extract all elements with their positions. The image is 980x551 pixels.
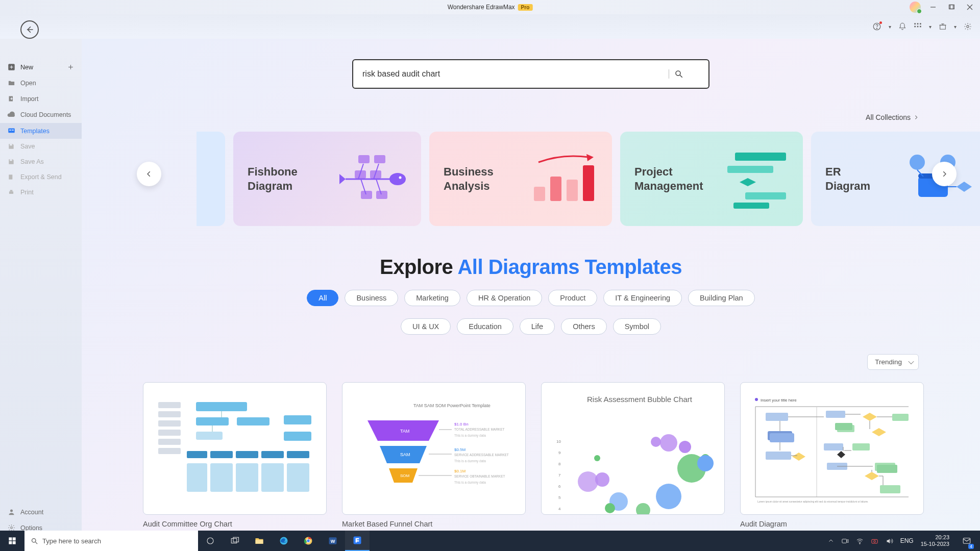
search-box[interactable]: [352, 59, 709, 89]
main-content: All Collections Fishbone Diagram: [82, 39, 980, 551]
help-icon[interactable]: [872, 22, 881, 31]
tray-date: 15-10-2023: [921, 541, 949, 547]
carousel-card-fishbone[interactable]: Fishbone Diagram: [233, 132, 421, 226]
carousel-prev-button[interactable]: [137, 162, 161, 186]
carousel-card-project[interactable]: Project Management: [620, 132, 803, 226]
back-button[interactable]: [20, 20, 39, 39]
svg-text:4: 4: [558, 507, 561, 511]
tray-volume-icon[interactable]: [886, 537, 893, 545]
bell-icon[interactable]: [898, 22, 906, 31]
sidebar-label: Open: [20, 80, 36, 87]
template-item[interactable]: Risk Assessment Bubble Chart 10 9 8 7 6 …: [541, 382, 725, 528]
tray-chevron-up-icon[interactable]: [828, 538, 834, 544]
maximize-button[interactable]: [945, 1, 958, 13]
tray-meet-icon[interactable]: [841, 537, 849, 545]
taskbar-search[interactable]: Type here to search: [24, 531, 198, 551]
sidebar-label: Import: [20, 95, 38, 103]
svg-rect-2: [950, 5, 954, 9]
svg-rect-12: [920, 26, 921, 28]
carousel-card-business[interactable]: Business Analysis: [429, 132, 612, 226]
plus-icon[interactable]: [66, 64, 75, 70]
tray-wifi-icon[interactable]: [856, 537, 864, 545]
chevron-down-icon[interactable]: ▾: [929, 24, 932, 30]
svg-marker-40: [339, 174, 346, 184]
sidebar-item-cloud[interactable]: Cloud Documents: [0, 107, 82, 123]
taskbar-edge[interactable]: [272, 531, 296, 551]
all-collections-link[interactable]: All Collections: [866, 113, 919, 121]
chip-building[interactable]: Building Plan: [688, 290, 755, 306]
sidebar-item-open[interactable]: Open: [0, 75, 82, 91]
close-button[interactable]: [964, 1, 976, 13]
svg-rect-82: [287, 463, 309, 492]
svg-rect-43: [534, 187, 545, 201]
tray-notifications[interactable]: 4: [957, 531, 977, 551]
template-item[interactable]: Insert your title here: [740, 382, 924, 528]
svg-line-28: [680, 75, 682, 78]
svg-text:7: 7: [558, 473, 561, 478]
carousel-next-button[interactable]: [932, 162, 957, 186]
svg-point-154: [32, 538, 36, 542]
all-collections-label: All Collections: [866, 113, 911, 121]
gear-icon[interactable]: [964, 22, 972, 31]
sidebar-item-templates[interactable]: Templates: [0, 123, 82, 139]
taskbar-explorer[interactable]: [247, 531, 272, 551]
svg-rect-64: [158, 430, 181, 436]
chip-marketing[interactable]: Marketing: [404, 290, 460, 306]
tray-clock[interactable]: 20:23 15-10-2023: [921, 534, 949, 547]
sidebar-item-account[interactable]: Account: [0, 504, 82, 520]
svg-rect-1: [949, 5, 953, 9]
chip-life[interactable]: Life: [520, 318, 555, 335]
taskbar-word[interactable]: W: [321, 531, 345, 551]
chip-all[interactable]: All: [307, 290, 338, 306]
start-button[interactable]: [0, 531, 24, 551]
chip-ui[interactable]: UI & UX: [401, 318, 451, 335]
import-icon: [7, 95, 15, 103]
chip-it[interactable]: IT & Engineering: [603, 290, 682, 306]
search-input[interactable]: [362, 69, 669, 79]
task-view-button[interactable]: [198, 531, 223, 551]
chevron-down-icon[interactable]: ▾: [889, 24, 891, 30]
svg-rect-141: [824, 443, 843, 450]
chip-product[interactable]: Product: [548, 290, 597, 306]
svg-line-155: [35, 542, 37, 544]
chip-business[interactable]: Business: [345, 290, 398, 306]
explore-lead: Explore: [380, 256, 457, 278]
svg-rect-65: [158, 439, 181, 445]
svg-rect-7: [914, 23, 916, 24]
tray-camera-icon[interactable]: [871, 537, 878, 545]
print-icon: [7, 189, 15, 196]
svg-rect-133: [766, 452, 791, 460]
carousel-card-partial[interactable]: [197, 132, 225, 226]
apps-icon[interactable]: [914, 22, 922, 31]
svg-text:TAM: TAM: [400, 429, 409, 434]
chip-hr[interactable]: HR & Operation: [467, 290, 542, 306]
minimize-button[interactable]: [927, 1, 939, 13]
tray-ime[interactable]: ENG: [900, 537, 914, 544]
taskbar-cortana-button[interactable]: [223, 531, 247, 551]
search-icon[interactable]: [674, 69, 683, 79]
taskbar-chrome[interactable]: [296, 531, 321, 551]
svg-rect-11: [917, 26, 919, 28]
avatar[interactable]: [910, 2, 921, 13]
tray-time: 20:23: [921, 534, 949, 541]
template-thumbnail[interactable]: TAM SAM SOM PowerPoint Template TAM SAM …: [342, 382, 526, 515]
cloud-icon: [7, 111, 15, 119]
sidebar-item-new[interactable]: New: [0, 59, 82, 75]
template-item[interactable]: TAM SAM SOM PowerPoint Template TAM SAM …: [342, 382, 526, 528]
explore-heading: Explore All Diagrams Templates: [380, 256, 682, 279]
chip-others[interactable]: Others: [561, 318, 607, 335]
svg-rect-21: [12, 130, 14, 131]
present-icon[interactable]: [939, 22, 947, 31]
template-thumbnail[interactable]: Risk Assessment Bubble Chart 10 9 8 7 6 …: [541, 382, 725, 515]
svg-rect-68: [196, 417, 229, 425]
chip-symbol[interactable]: Symbol: [613, 318, 661, 335]
template-thumbnail[interactable]: [143, 382, 327, 515]
svg-rect-72: [284, 432, 311, 441]
chip-education[interactable]: Education: [457, 318, 513, 335]
taskbar-edrawmax[interactable]: [345, 531, 370, 551]
template-thumbnail[interactable]: Insert your title here: [740, 382, 924, 515]
chevron-down-icon[interactable]: ▾: [954, 24, 957, 30]
template-item[interactable]: Audit Committee Org Chart: [143, 382, 327, 528]
sort-select[interactable]: Trending: [867, 354, 919, 370]
sidebar-item-import[interactable]: Import: [0, 91, 82, 107]
